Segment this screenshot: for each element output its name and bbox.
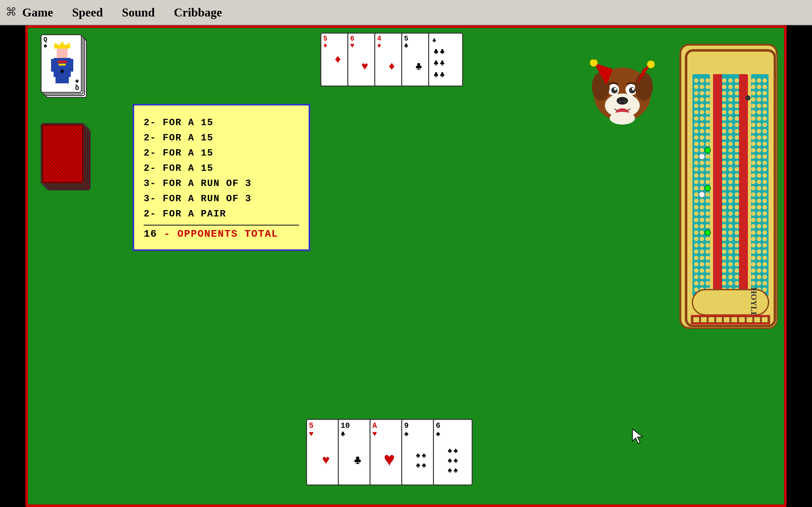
svg-point-76 bbox=[705, 154, 710, 159]
svg-point-69 bbox=[700, 142, 704, 146]
svg-point-210 bbox=[757, 224, 761, 228]
svg-point-180 bbox=[757, 161, 761, 165]
svg-point-345 bbox=[699, 154, 705, 159]
menu-cribbage[interactable]: Cribbage bbox=[174, 5, 222, 19]
svg-point-262 bbox=[734, 116, 739, 121]
svg-point-207 bbox=[757, 218, 761, 222]
svg-point-232 bbox=[763, 268, 767, 273]
draw-deck[interactable]: Q♠ Q♠ bbox=[41, 34, 91, 104]
svg-point-283 bbox=[734, 161, 739, 165]
svg-rect-33 bbox=[691, 54, 770, 72]
svg-point-142 bbox=[763, 78, 767, 83]
svg-point-25 bbox=[635, 72, 653, 101]
svg-point-288 bbox=[728, 173, 733, 178]
menu-speed[interactable]: Speed bbox=[72, 5, 103, 19]
menu-game[interactable]: Game bbox=[22, 5, 53, 19]
svg-point-117 bbox=[700, 243, 704, 247]
svg-point-94 bbox=[705, 192, 710, 197]
svg-point-134 bbox=[694, 281, 699, 285]
svg-point-119 bbox=[694, 249, 699, 254]
svg-point-272 bbox=[722, 142, 726, 146]
svg-point-230 bbox=[751, 268, 756, 273]
svg-point-182 bbox=[751, 167, 756, 171]
svg-point-294 bbox=[728, 186, 733, 190]
svg-point-98 bbox=[694, 205, 699, 210]
mouse-cursor bbox=[632, 429, 641, 441]
svg-point-238 bbox=[763, 281, 767, 285]
svg-point-155 bbox=[751, 110, 756, 114]
svg-point-159 bbox=[757, 116, 761, 121]
svg-point-281 bbox=[722, 161, 726, 165]
svg-point-82 bbox=[705, 167, 710, 171]
svg-point-172 bbox=[763, 142, 767, 146]
menu-sound[interactable]: Sound bbox=[122, 5, 155, 19]
svg-point-252 bbox=[728, 97, 733, 102]
svg-point-318 bbox=[728, 237, 733, 241]
svg-rect-3 bbox=[67, 43, 70, 46]
svg-point-195 bbox=[757, 192, 761, 197]
svg-point-201 bbox=[757, 205, 761, 210]
svg-point-229 bbox=[763, 262, 767, 267]
svg-point-163 bbox=[763, 123, 767, 127]
svg-point-287 bbox=[722, 173, 726, 178]
opponent-card-5: ♣ ♣ ♣ ♣ ♣ ♣ ♣ bbox=[428, 33, 463, 87]
svg-point-17 bbox=[629, 87, 635, 94]
svg-point-261 bbox=[728, 116, 733, 121]
svg-point-305 bbox=[722, 211, 726, 216]
svg-point-231 bbox=[757, 268, 761, 273]
svg-point-72 bbox=[700, 148, 704, 153]
svg-point-209 bbox=[751, 224, 756, 228]
svg-point-213 bbox=[757, 230, 761, 235]
svg-point-109 bbox=[705, 224, 710, 228]
svg-point-22 bbox=[623, 101, 626, 103]
svg-point-273 bbox=[728, 142, 733, 146]
svg-point-126 bbox=[700, 262, 704, 267]
svg-point-143 bbox=[751, 84, 756, 89]
svg-point-30 bbox=[647, 60, 655, 68]
svg-point-18 bbox=[614, 88, 617, 90]
svg-point-171 bbox=[757, 142, 761, 146]
svg-point-214 bbox=[763, 230, 767, 235]
svg-point-176 bbox=[751, 154, 756, 159]
menubar: ⌘ Game Speed Sound Cribbage bbox=[0, 0, 812, 25]
svg-point-81 bbox=[700, 167, 704, 171]
svg-point-324 bbox=[728, 249, 733, 254]
svg-point-161 bbox=[751, 123, 756, 127]
svg-point-250 bbox=[734, 91, 739, 95]
svg-point-88 bbox=[705, 180, 710, 184]
svg-point-216 bbox=[757, 237, 761, 241]
svg-point-258 bbox=[728, 110, 733, 114]
svg-point-84 bbox=[700, 173, 704, 178]
cribbage-board: HOYLE bbox=[679, 44, 778, 329]
svg-point-205 bbox=[763, 211, 767, 216]
svg-point-70 bbox=[705, 142, 710, 146]
svg-rect-358 bbox=[716, 317, 722, 322]
svg-point-102 bbox=[700, 211, 704, 216]
svg-point-95 bbox=[694, 199, 699, 203]
svg-rect-1 bbox=[54, 43, 57, 46]
svg-point-77 bbox=[694, 161, 699, 165]
player-hand[interactable]: 5♥ ♥ 10♣ ♣ A♥ ♥ 9♠ ♠ ♠ ♠ bbox=[306, 419, 473, 486]
svg-point-130 bbox=[705, 268, 710, 273]
svg-point-175 bbox=[763, 148, 767, 153]
svg-point-80 bbox=[694, 167, 699, 171]
svg-rect-361 bbox=[739, 317, 745, 322]
svg-point-219 bbox=[757, 243, 761, 247]
svg-point-47 bbox=[694, 97, 699, 102]
svg-point-62 bbox=[694, 129, 699, 133]
player-card-5[interactable]: 6♠ ♠ ♠ ♠ ♠ ♠ ♠ bbox=[433, 419, 473, 486]
svg-point-181 bbox=[763, 161, 767, 165]
svg-point-156 bbox=[757, 110, 761, 114]
svg-point-212 bbox=[751, 230, 756, 235]
svg-point-293 bbox=[722, 186, 726, 190]
svg-point-58 bbox=[705, 116, 710, 121]
svg-point-92 bbox=[694, 192, 699, 197]
svg-point-313 bbox=[734, 224, 739, 228]
svg-rect-4 bbox=[57, 49, 67, 58]
svg-point-215 bbox=[751, 237, 756, 241]
svg-point-217 bbox=[763, 237, 767, 241]
svg-point-136 bbox=[705, 281, 710, 285]
svg-point-19 bbox=[632, 88, 635, 90]
score-popup: 2- FOR A 15 2- FOR A 15 2- FOR A 15 2- F… bbox=[133, 104, 310, 251]
svg-point-268 bbox=[734, 129, 739, 133]
